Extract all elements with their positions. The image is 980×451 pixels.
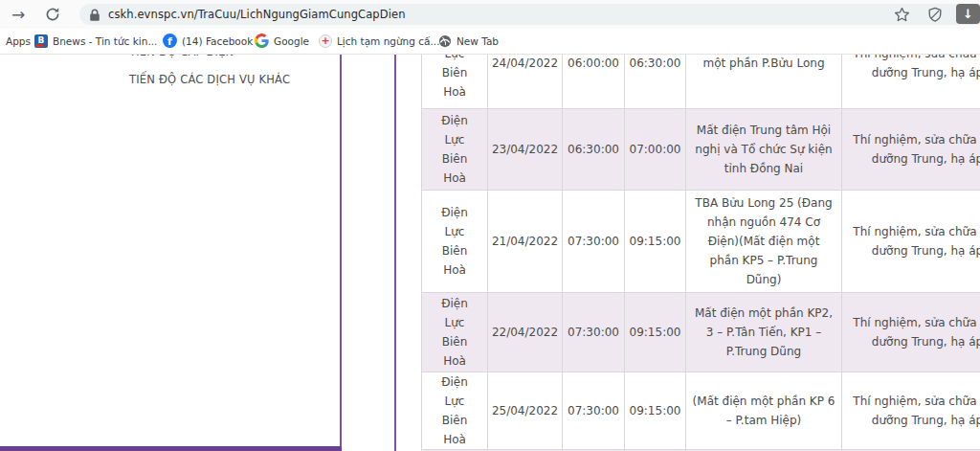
cell-reason: Thí nghiệm, sửa chữa bảo dưỡng Trung, hạ… <box>842 293 980 372</box>
google-favicon-icon <box>255 34 269 48</box>
globe-favicon-icon <box>438 34 452 48</box>
menu-item-tien-do-cac-dich-vu-khac[interactable]: TIẾN ĐỘ CÁC DỊCH VỤ KHÁC <box>129 73 290 86</box>
cell-date: 23/04/2022 <box>488 109 563 190</box>
bookmark-label: Lịch tạm ngừng cấ... <box>337 35 440 47</box>
table-row: Điện Lực Biên Hoà 25/04/2022 07:30:00 09… <box>422 372 980 450</box>
browser-toolbar: → cskh.evnspc.vn/TraCuu/LichNgungGiamCun… <box>0 0 980 29</box>
browser-chrome: → cskh.evnspc.vn/TraCuu/LichNgungGiamCun… <box>0 0 980 54</box>
vertical-divider-left <box>340 54 342 451</box>
bookmark-label: (14) Facebook <box>182 35 253 47</box>
evn-favicon-icon: + <box>319 34 332 48</box>
bookmark-label: Bnews - Tin tức kin... <box>53 35 157 47</box>
page-content: TIẾN ĐỘ CẤP ĐIỆN TIẾN ĐỘ CÁC DỊCH VỤ KHÁ… <box>0 0 980 451</box>
reload-icon <box>45 7 60 22</box>
cell-date: 25/04/2022 <box>488 372 563 449</box>
forward-button[interactable]: → <box>6 3 31 26</box>
cell-reason: Thí nghiệm, sửa chữa bảo dưỡng Trung, hạ… <box>842 372 980 449</box>
cell-end-time: 09:15:00 <box>625 372 686 449</box>
cell-area: (Mất điện một phần KP 6 – P.tam Hiệp) <box>686 372 842 449</box>
shield-icon[interactable] <box>924 5 946 24</box>
cell-reason: Thí nghiệm, sửa chữa bảo dưỡng Trung, hạ… <box>842 191 980 292</box>
bookmark-apps[interactable]: Apps <box>6 29 31 53</box>
download-button[interactable]: ↓ <box>956 4 980 24</box>
download-arrow-icon: ↓ <box>963 8 973 20</box>
url-text[interactable]: cskh.evnspc.vn/TraCuu/LichNgungGiamCungC… <box>108 8 406 21</box>
cell-end-time: 07:00:00 <box>625 109 686 190</box>
table-row: Điện Lực Biên Hoà 22/04/2022 07:30:00 09… <box>422 293 980 372</box>
cell-end-time: 09:15:00 <box>625 293 686 372</box>
table-row: Điện Lực Biên Hoà 21/04/2022 07:30:00 09… <box>422 191 980 293</box>
cell-reason: Thí nghiệm, sửa chữa bảo dưỡng Trung, hạ… <box>842 109 980 190</box>
cell-start-time: 06:30:00 <box>563 109 625 190</box>
cell-unit: Điện Lực Biên Hoà <box>422 191 488 292</box>
footer-purple-bar <box>0 446 342 451</box>
cell-unit: Điện Lực Biên Hoà <box>422 109 488 190</box>
bookmark-item-bnews[interactable]: B Bnews - Tin tức kin... <box>34 29 157 53</box>
forward-arrow-icon: → <box>11 5 25 24</box>
bookmark-label: Google <box>274 35 309 47</box>
bookmarks-bar: Apps B Bnews - Tin tức kin... f (14) Fac… <box>0 29 980 55</box>
cell-unit: Điện Lực Biên Hoà <box>422 293 488 372</box>
bookmark-label: New Tab <box>457 35 499 47</box>
bookmark-item-new-tab[interactable]: New Tab <box>438 29 499 53</box>
bnews-favicon-icon: B <box>34 34 48 48</box>
bookmark-star-icon[interactable] <box>891 5 912 24</box>
bookmark-item-facebook[interactable]: f (14) Facebook <box>163 29 253 53</box>
lock-icon <box>89 8 100 22</box>
cell-unit: Điện Lực Biên Hoà <box>422 372 488 449</box>
cell-date: 22/04/2022 <box>488 293 563 372</box>
outage-schedule-table: Điện Lực Biên Hoà 24/04/2022 06:00:00 06… <box>421 18 980 451</box>
cell-end-time: 09:15:00 <box>625 191 686 292</box>
cell-start-time: 07:30:00 <box>563 372 625 449</box>
cell-date: 21/04/2022 <box>488 191 563 292</box>
facebook-favicon-icon: f <box>163 34 177 48</box>
vertical-divider-right <box>394 54 396 451</box>
reload-button[interactable] <box>40 3 65 26</box>
cell-start-time: 07:30:00 <box>563 293 625 372</box>
omnibox[interactable]: cskh.evnspc.vn/TraCuu/LichNgungGiamCungC… <box>79 4 980 25</box>
table-row: Điện Lực Biên Hoà 23/04/2022 06:30:00 07… <box>422 109 980 191</box>
cell-area: TBA Bửu Long 25 (Đang nhận nguồn 474 Cơ … <box>686 191 842 292</box>
bookmark-item-google[interactable]: Google <box>255 29 309 53</box>
cell-area: Mất điện Trung tâm Hội nghị và Tổ chức S… <box>686 109 842 190</box>
cell-start-time: 07:30:00 <box>563 191 625 292</box>
cell-area: Mất điện một phần KP2, 3 – P.Tân Tiến, K… <box>686 293 842 372</box>
bookmark-item-lich-tam-ngung[interactable]: + Lịch tạm ngừng cấ... <box>319 29 440 53</box>
